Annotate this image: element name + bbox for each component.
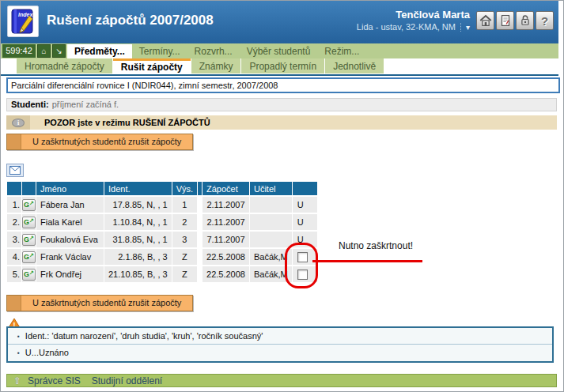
student-ident: 17.8.85, N, , 1 <box>104 197 172 213</box>
mode-warning-bar: i POZOR jste v režimu RUŠENÍ ZÁPOČTŮ <box>6 115 557 130</box>
home-icon: ⌂ <box>41 47 46 55</box>
student-detail-button[interactable]: G↗ <box>22 251 36 263</box>
button-grip <box>7 134 21 149</box>
credit-date: 2.11.2007 <box>203 197 249 213</box>
recognized-flag: U <box>293 197 317 213</box>
table-row: 2. G↗ Fiala Karel 1.10.84, N, , 1 2 2.11… <box>7 214 317 230</box>
menu-items: Předměty... Termíny... Rozvrh... Výběr s… <box>67 44 366 58</box>
g-arrow-icon: ↗ <box>29 235 34 240</box>
cancel-credits-button-bottom[interactable]: U zaškrtnutých studentů zrušit zápočty <box>6 295 193 311</box>
svg-text:Index: Index <box>18 12 33 17</box>
student-result: Z <box>172 249 197 265</box>
header-icons: ? <box>476 11 554 30</box>
student-name: Fiala Karel <box>36 214 104 230</box>
envelope-icon <box>9 166 21 175</box>
row-number: 3. <box>7 232 21 247</box>
student-result: 2 <box>172 214 197 230</box>
info-icon: i <box>12 119 25 127</box>
mail-button[interactable] <box>6 164 24 177</box>
credit-date: 2.11.2007 <box>203 214 249 230</box>
student-result: Z <box>172 266 197 282</box>
menu-rozvrh[interactable]: Rozvrh... <box>187 44 240 58</box>
recognized-flag: U <box>293 214 317 230</box>
mode-warning-text: POZOR jste v režimu RUŠENÍ ZÁPOČTŮ <box>44 118 210 127</box>
students-filter: Studenti:příjmení začíná f. <box>6 98 557 111</box>
student-ident: 31.8.85, N, , 1 <box>104 232 172 247</box>
content-divider <box>1 74 558 76</box>
teacher-name <box>250 214 292 230</box>
help-button[interactable]: ? <box>536 11 554 30</box>
student-ident: 2.1.86, B, , 3 <box>104 249 172 265</box>
col-vys: Výs. <box>172 182 197 195</box>
footer-bar: ⇧ Správce SIS Studijní oddělení <box>6 374 557 387</box>
user-dropdown-icon[interactable]: ▾ <box>460 23 470 32</box>
home-icon <box>479 13 493 28</box>
user-block: Tenčlová Marta Lida - ustav, 32-KMA, NM▾ <box>357 9 470 32</box>
page-title: Rušení zápočtů 2007/2008 <box>47 13 214 28</box>
students-table: Jméno Ident. Výs. Zápočet Učitel 1. G↗ F… <box>6 180 318 284</box>
user-name: Tenčlová Marta <box>357 9 470 21</box>
app-window: Index Rušení zápočtů 2007/2008 Tenčlová … <box>0 0 564 392</box>
annotation-circle <box>285 243 318 288</box>
student-name: Frank Václav <box>36 249 104 265</box>
students-filter-label: Studenti: <box>11 100 49 109</box>
notes-icon <box>498 13 513 28</box>
menu-rezim[interactable]: Režim... <box>317 44 366 58</box>
tab-znamky[interactable]: Známky <box>191 58 241 74</box>
student-detail-button[interactable]: G↗ <box>22 234 36 246</box>
g-arrow-icon: ↗ <box>29 200 34 205</box>
student-name: Foukalová Eva <box>36 232 104 247</box>
menubar-exit-button[interactable]: ↘ <box>52 44 66 58</box>
row-number: 2. <box>7 214 21 230</box>
legend-item: ▪ Ident.: 'datum narození', 'druh studia… <box>8 328 552 345</box>
bullet-icon: ▪ <box>17 333 20 340</box>
student-result: 1 <box>172 197 197 213</box>
unlock-icon <box>518 13 532 28</box>
students-filter-value: příjmení začíná f. <box>52 100 119 109</box>
user-detail: Lida - ustav, 32-KMA, NM▾ <box>357 22 470 32</box>
tab-hromadne-zapocty[interactable]: Hromadně zápočty <box>17 58 112 74</box>
scroll-top-icon[interactable]: ⇧ <box>13 375 21 386</box>
row-number: 5. <box>7 266 21 282</box>
col-ident: Ident. <box>104 182 172 195</box>
cancel-credits-button-top[interactable]: U zaškrtnutých studentů zrušit zápočty <box>6 134 193 150</box>
menu-terminy[interactable]: Termíny... <box>132 44 187 58</box>
student-detail-button[interactable]: G↗ <box>22 269 36 281</box>
bullet-icon: ▪ <box>17 349 20 356</box>
student-result: 3 <box>172 232 197 247</box>
help-icon: ? <box>541 14 548 28</box>
menu-predmety[interactable]: Předměty... <box>67 44 132 58</box>
teacher-name <box>250 232 292 247</box>
tab-rusit-zapocty[interactable]: Rušit zápočty <box>113 58 191 74</box>
annotation-line <box>312 260 422 262</box>
exit-arrow-icon: ↘ <box>55 47 62 55</box>
session-timer: 599:42 <box>2 44 36 58</box>
credit-date: 22.5.2008 <box>203 249 249 265</box>
legend-box: ▪ Ident.: 'datum narození', 'druh studia… <box>6 326 554 363</box>
home-button[interactable] <box>476 11 494 30</box>
footer-link-spravce-sis[interactable]: Správce SIS <box>28 375 81 386</box>
table-row: 1. G↗ Fábera Jan 17.8.85, N, , 1 1 2.11.… <box>7 197 317 213</box>
g-arrow-icon: ↗ <box>29 217 34 223</box>
tab-jednotlive[interactable]: Jednotlivě <box>325 58 384 74</box>
lock-button[interactable] <box>516 11 534 30</box>
g-arrow-icon: ↗ <box>29 252 34 258</box>
col-zapocet: Zápočet <box>203 182 249 195</box>
index-logo-icon[interactable]: Index <box>7 6 39 37</box>
student-ident: 1.10.84, N, , 1 <box>104 214 172 230</box>
g-arrow-icon: ↗ <box>29 270 34 275</box>
button-grip <box>7 296 21 311</box>
header: Index Rušení zápočtů 2007/2008 Tenčlová … <box>1 1 558 43</box>
student-detail-button[interactable]: G↗ <box>22 217 36 228</box>
footer-link-studijni-oddeleni[interactable]: Studijní oddělení <box>92 375 162 386</box>
menubar-home-button[interactable]: ⌂ <box>37 44 51 58</box>
tab-propadly-termin[interactable]: Propadlý termín <box>241 58 324 74</box>
col-ucitel: Učitel <box>250 182 292 195</box>
info-icon-box: i <box>6 115 30 130</box>
menu-vyber-studentu[interactable]: Výběr studentů <box>240 44 318 58</box>
student-detail-button[interactable]: G↗ <box>22 199 36 211</box>
row-number: 4. <box>7 249 21 265</box>
credit-date: 22.5.2008 <box>203 266 249 282</box>
notes-button[interactable] <box>496 11 514 30</box>
table-row: 5. G↗ Frk Ondřej 21.10.85, B, , 3 Z 22.5… <box>7 266 317 282</box>
